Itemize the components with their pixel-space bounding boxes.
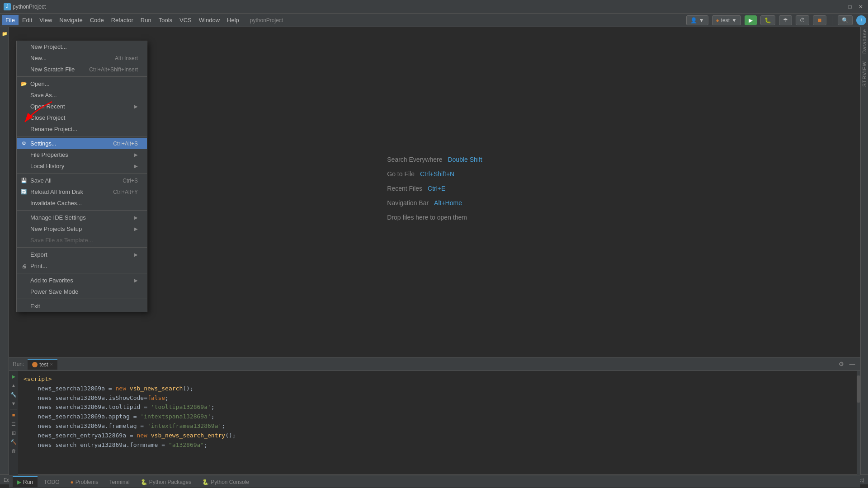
separator-6 — [17, 273, 147, 273]
code-line-5: news_searcha132869a.apptag = 'intextspan… — [24, 412, 851, 422]
stop-button[interactable]: ⏹ — [813, 15, 826, 25]
menu-code[interactable]: Code — [86, 15, 108, 25]
menu-file[interactable]: File — [2, 15, 19, 25]
menu-print[interactable]: 🖨 Print... — [17, 260, 147, 272]
tab-python-packages[interactable]: 🐍 Python Packages — [136, 476, 196, 487]
menu-save-all[interactable]: 💾 Save All Ctrl+S — [17, 175, 147, 186]
title-bar-left: J pythonProject — [4, 3, 46, 10]
build-btn[interactable]: 🔧 — [10, 391, 17, 398]
menu-navigate[interactable]: Navigate — [56, 15, 86, 25]
menu-window[interactable]: Window — [195, 15, 223, 25]
python-packages-icon: 🐍 — [141, 479, 147, 485]
coverage-button[interactable]: ☂ — [779, 15, 792, 25]
tab-python-console-label: Python Console — [211, 479, 249, 485]
python-console-icon: 🐍 — [202, 479, 209, 485]
menu-new-project[interactable]: New Project... — [17, 41, 147, 52]
menu-new-projects-setup[interactable]: New Projects Setup ▶ — [17, 223, 147, 235]
tab-todo[interactable]: TODO — [39, 476, 64, 487]
menu-settings[interactable]: ⚙ Settings... Ctrl+Alt+S — [17, 138, 147, 149]
menu-open-recent[interactable]: Open Recent ▶ — [17, 101, 147, 112]
menu-manage-ide[interactable]: Manage IDE Settings ▶ — [17, 212, 147, 223]
menu-close-project[interactable]: Close Project — [17, 112, 147, 123]
menu-save-as[interactable]: Save As... — [17, 89, 147, 101]
tab-problems-label: Problems — [75, 479, 99, 485]
tab-test-icon — [32, 362, 38, 367]
run-config-icon: ● — [716, 17, 719, 23]
file-dropdown-menu: New Project... New... Alt+Insert New Scr… — [16, 41, 147, 312]
maximize-button[interactable]: □ — [846, 3, 854, 10]
recent-files-label: Recent Files — [387, 185, 422, 192]
tab-run-icon: ▶ — [17, 479, 21, 485]
menu-invalidate-caches[interactable]: Invalidate Caches... — [17, 197, 147, 209]
separator-4 — [17, 210, 147, 211]
search-everywhere-shortcut: Double Shift — [448, 156, 482, 163]
settings-tool-btn[interactable]: ⚙ — [837, 360, 846, 369]
search-everywhere-button[interactable]: 🔍 — [838, 15, 853, 25]
tab-close-icon[interactable]: × — [50, 362, 53, 367]
bottom-main-layout: ▶ ▲ 🔧 ▼ ■ ☰ ⊞ 🔨 🗑 <script> news_searcha1… — [9, 371, 860, 475]
user-icon: 👤 — [690, 17, 697, 23]
separator-tool — [10, 409, 17, 409]
tab-run[interactable]: ▶ Run — [13, 476, 38, 487]
tool7-btn[interactable]: 🗑 — [10, 447, 17, 455]
tab-test-label: test — [39, 361, 48, 368]
menu-vcs[interactable]: VCS — [176, 15, 195, 25]
separator-1 — [17, 76, 147, 77]
menu-rename-project[interactable]: Rename Project... — [17, 123, 147, 135]
window-controls[interactable]: — □ ✕ — [835, 3, 864, 10]
user-profile-btn[interactable]: 👤 ▼ — [686, 15, 708, 25]
menu-help[interactable]: Help — [223, 15, 243, 25]
code-line-7: news_search_entrya132869a = new vsb_news… — [24, 431, 851, 441]
app-icon: J — [4, 3, 11, 10]
scrollbar-thumb[interactable] — [857, 375, 860, 403]
separator-3 — [17, 173, 147, 174]
run-tool-btn[interactable]: ▶ — [10, 373, 17, 380]
save-icon: 💾 — [20, 177, 28, 184]
menu-add-to-favorites[interactable]: Add to Favorites ▶ — [17, 275, 147, 286]
project-icon[interactable]: 📁 — [0, 29, 9, 38]
hide-panel-btn[interactable]: — — [848, 360, 857, 369]
run-config-btn[interactable]: ● test ▼ — [712, 15, 741, 25]
menu-new[interactable]: New... Alt+Insert — [17, 52, 147, 64]
minimize-button[interactable]: — — [835, 3, 843, 10]
tab-python-console[interactable]: 🐍 Python Console — [198, 476, 254, 487]
strview-sidebar-label[interactable]: STRVIEW — [861, 59, 868, 89]
tab-test[interactable]: test × — [28, 359, 57, 370]
database-sidebar-label[interactable]: Database — [861, 27, 868, 56]
menu-file-properties[interactable]: File Properties ▶ — [17, 149, 147, 160]
scroll-up-btn[interactable]: ▲ — [10, 382, 17, 389]
search-everywhere-label: Search Everywhere — [387, 156, 442, 163]
menu-tools[interactable]: Tools — [155, 15, 176, 25]
problems-icon: ● — [70, 479, 73, 485]
menu-new-scratch[interactable]: New Scratch File Ctrl+Alt+Shift+Insert — [17, 64, 147, 75]
tab-terminal[interactable]: Terminal — [104, 476, 134, 487]
stop-tool-btn[interactable]: ■ — [10, 411, 17, 418]
menu-edit[interactable]: Edit — [19, 15, 36, 25]
notification-icon[interactable]: ! — [856, 15, 866, 25]
menu-view[interactable]: View — [36, 15, 56, 25]
tab-problems[interactable]: ● Problems — [66, 476, 103, 487]
print-icon: 🖨 — [20, 263, 28, 270]
debug-button[interactable]: 🐛 — [760, 15, 775, 25]
scrollbar[interactable] — [857, 371, 860, 475]
right-sidebars: Database STRVIEW — [860, 27, 868, 474]
structure-btn[interactable]: ☰ — [10, 420, 17, 427]
menu-run[interactable]: Run — [137, 15, 155, 25]
tool5-btn[interactable]: ⊞ — [10, 429, 17, 436]
code-line-3: news_searcha132869a.isShowCode=false; — [24, 394, 851, 403]
menu-exit[interactable]: Exit — [17, 300, 147, 312]
scroll-down-btn[interactable]: ▼ — [10, 400, 17, 407]
close-button[interactable]: ✕ — [857, 3, 864, 10]
menu-reload-all[interactable]: 🔄 Reload All from Disk Ctrl+Alt+Y — [17, 186, 147, 197]
bottom-tool-tabs: ▶ Run TODO ● Problems Terminal 🐍 Python … — [9, 475, 860, 488]
tool6-btn[interactable]: 🔨 — [10, 438, 17, 446]
menu-open[interactable]: 📂 Open... — [17, 78, 147, 89]
menu-refactor[interactable]: Refactor — [108, 15, 137, 25]
profile-button[interactable]: ⏱ — [796, 15, 809, 25]
code-output-area[interactable]: <script> news_searcha132869a = new vsb_n… — [18, 371, 857, 475]
menu-local-history[interactable]: Local History ▶ — [17, 160, 147, 172]
run-button[interactable]: ▶ — [745, 15, 757, 25]
menu-export[interactable]: Export ▶ — [17, 249, 147, 260]
menu-power-save-mode[interactable]: Power Save Mode — [17, 286, 147, 297]
recent-files-shortcut: Ctrl+E — [428, 185, 445, 192]
